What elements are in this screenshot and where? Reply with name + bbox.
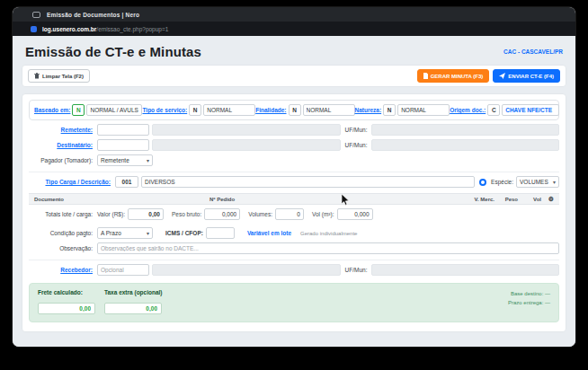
url-host: log.usenero.com.br [42,26,96,32]
remetente-label-wrap: Remetente: [29,127,97,133]
natureza-group: Natureza: [355,104,450,116]
baseado-group: Baseado em: [34,104,142,116]
remetente-code-input[interactable] [97,124,149,136]
destinatario-code-input[interactable] [97,139,149,151]
recebedor-link[interactable]: Recebedor: [60,267,93,273]
volumes-label: Volumes: [248,211,272,217]
documents-table-header: Documento Nº Pedido V. Merc. Peso Vol ⚙ [29,193,559,205]
remetente-uf-input [371,124,560,136]
natureza-code-input[interactable] [383,104,396,116]
tab-icon [32,12,40,18]
taxa-extra-label: Taxa extra (opcional) [104,289,163,295]
icms-cfop-label: ICMS / CFOP: [165,230,203,236]
tipo-servico-code-input[interactable] [189,104,201,116]
prazo-entrega-text: Prazo entrega: — [508,298,550,307]
origem-doc-link[interactable]: Origem doc.: [450,107,486,113]
origem-doc-value-input[interactable] [502,104,559,116]
variavel-em-lote-link[interactable]: Variável em lote [247,230,291,236]
gear-icon[interactable]: ⚙ [541,196,554,203]
divider [29,260,559,260]
column-pedido: Nº Pedido [209,197,460,202]
freight-summary: Frete calculado: Taxa extra (opcional) B… [29,283,559,322]
frete-calculado-group: Frete calculado: [38,289,95,314]
browser-window: Emissão de Documentos | Nero log.usenero… [13,7,575,347]
recebedor-row: Recebedor: UF/Mun: [29,264,559,276]
browser-tab-bar: Emissão de Documentos | Nero [13,7,575,22]
icms-cfop-input[interactable] [206,227,235,239]
tipo-carga-link[interactable]: Tipo Carga / Descrição: [46,179,111,185]
destination-info: Base destino: — Prazo entrega: — [508,289,550,314]
baseado-link[interactable]: Baseado em: [34,107,70,113]
finalidade-link[interactable]: Finalidade: [255,107,286,113]
column-vol: Vol [518,197,541,202]
recebedor-code-input[interactable] [97,264,149,276]
base-destino-text: Base destino: — [508,289,550,298]
mouse-cursor [342,194,350,206]
tipo-carga-desc-input[interactable] [141,176,475,188]
volumes-input[interactable] [275,208,304,220]
payment-row: Condição pagto: A Prazo ▾ ICMS / CFOP: V… [29,227,559,239]
especie-selected-value: VOLUMES [520,179,548,185]
tipo-carga-label-wrap: Tipo Carga / Descrição: [29,179,115,185]
emission-form-card: Baseado em: Tipo de serviço: Finalidade:… [22,93,566,332]
url-path: /emissao_cte.php?popup=1 [96,26,168,32]
tipo-carga-code-input[interactable] [115,176,138,188]
taxa-extra-input[interactable] [104,303,162,314]
origem-doc-code-input[interactable] [487,104,500,116]
generate-minuta-label: GERAR MINUTA (F3) [431,74,484,79]
recebedor-name-input [152,264,341,276]
column-peso: Peso [494,197,518,202]
frete-calculado-input [38,303,95,314]
destinatario-uf-input [371,139,560,151]
peso-bruto-input[interactable] [204,208,240,220]
taxa-extra-group: Taxa extra (opcional) [104,289,163,314]
baseado-code-input[interactable] [72,104,85,116]
remetente-link[interactable]: Remetente: [61,127,93,133]
frete-calculado-label: Frete calculado: [38,289,95,295]
baseado-value-input[interactable] [86,104,142,116]
column-vmerc: V. Merc. [460,197,494,202]
column-documento: Documento [34,197,209,202]
document-type-row: Baseado em: Tipo de serviço: Finalidade:… [29,100,559,120]
address-bar[interactable]: log.usenero.com.br/emissao_cte.php?popup… [13,22,575,36]
remetente-uf-label: UF/Mun: [341,127,371,133]
especie-select[interactable]: VOLUMES ▾ [516,176,559,188]
divider [29,172,559,172]
natureza-link[interactable]: Natureza: [355,107,382,113]
pagador-select[interactable]: Remetente ▾ [97,154,153,166]
send-icon [499,73,505,79]
destinatario-uf-label: UF/Mun: [341,142,371,148]
send-cte-label: ENVIAR CT-E (F4) [508,74,554,79]
tipo-servico-link[interactable]: Tipo de serviço: [142,107,187,113]
natureza-value-input[interactable] [397,104,450,116]
vol-m3-input[interactable] [337,208,373,220]
destinatario-link[interactable]: Destinatário: [57,142,93,148]
condicao-pagto-select[interactable]: A Prazo ▾ [97,227,153,239]
info-icon[interactable] [479,179,486,186]
finalidade-code-input[interactable] [289,104,301,116]
finalidade-value-input[interactable] [303,104,355,116]
totals-label: Totais lote / carga: [29,211,97,217]
page-title: Emissão de CT-e e Minutas [25,44,201,59]
recebedor-uf-input [371,264,560,276]
send-cte-button[interactable]: ENVIAR CT-E (F4) [493,69,560,83]
tipo-servico-group: Tipo de serviço: [142,104,255,116]
tipo-servico-value-input[interactable] [203,104,255,116]
observacao-row: Observação: [29,242,559,254]
document-icon [423,73,428,79]
tipo-carga-row: Tipo Carga / Descrição: Espécie: VOLUMES… [29,176,559,188]
remetente-name-input [152,124,341,136]
branch-label[interactable]: CAC - CASCAVEL/PR [503,48,563,55]
clear-screen-button[interactable]: Limpar Tela (F2) [28,69,90,83]
tab-title[interactable]: Emissão de Documentos | Nero [47,12,139,18]
chevron-down-icon: ▾ [553,179,556,185]
generate-minuta-button[interactable]: GERAR MINUTA (F3) [417,69,490,83]
totals-row: Totais lote / carga: Valor (R$): Peso br… [29,208,559,220]
observacao-label: Observação: [29,245,97,251]
valor-input[interactable] [128,208,164,220]
recebedor-label-wrap: Recebedor: [29,267,97,273]
pagador-row: Pagador (Tomador): Remetente ▾ [29,154,559,166]
valor-label: Valor (R$): [97,211,125,217]
page-header: Emissão de CT-e e Minutas CAC - CASCAVEL… [13,36,575,65]
observacao-input[interactable] [97,242,559,254]
